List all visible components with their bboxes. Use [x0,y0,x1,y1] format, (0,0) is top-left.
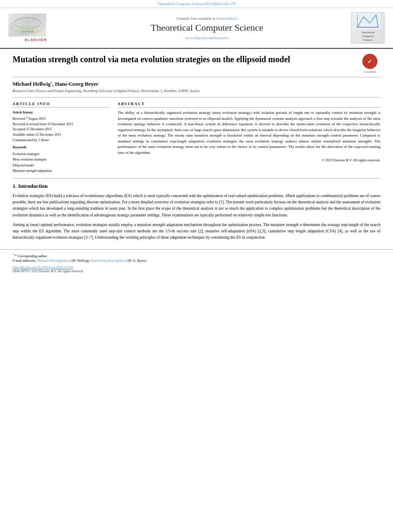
article-info-abstract-section: ARTICLE INFO Article history: Received 7… [13,102,380,174]
article-history-block: Article history: Received 7 August 2015 … [13,110,109,174]
crossmark-label: CrossMark [359,70,380,74]
journal-cover-image: TheoreticalComputerScience [351,12,385,44]
article-content: Mutation strength control via meta evolu… [0,49,393,249]
article-title: Mutation strength control via meta evolu… [13,54,355,65]
sciencedirect-link[interactable]: ScienceDirect [216,16,237,21]
keyword-2: Meta evolution strategies [13,157,109,163]
abstract-heading: ABSTRACT [118,102,380,108]
section-divider [13,178,380,179]
article-info-column: ARTICLE INFO Article history: Received 7… [13,102,109,174]
section-number: 1. [13,183,17,189]
received-date: Received 7 August 2015 [13,116,109,122]
journal-url[interactable]: www.elsevier.com/locate/tcs [71,36,343,40]
keywords-subheading: Keywords: [13,145,109,150]
elsevier-logo-area: ELSEVIER ELSEVIER [8,13,63,43]
corresponding-author-note: * * Corresponding author. [13,253,380,258]
journal-name: Theoretical Computer Science [71,22,343,33]
intro-paragraph-1: Evolution strategies (ES) build a subcla… [13,193,380,219]
crossmark-badge: ✓ CrossMark [359,54,380,74]
keyword-3: Ellipsoid model [13,163,109,169]
svg-point-1 [16,21,39,31]
crossmark-icon: ✓ [362,54,377,69]
article-footer: * * Corresponding author. E-mail address… [0,249,393,277]
author2-email-name: (H.-G. Beyer). [128,259,148,263]
affiliation-text: Research Center Process and Product Engi… [13,89,380,97]
keyword-4: Mutation strength adaptation [13,168,109,174]
elsevier-logo-image: ELSEVIER [8,13,46,37]
sigma-sa-symbol: σ [248,229,250,233]
author2: Hans-Georg Beyer [55,81,99,87]
abstract-column: ABSTRACT The ability of a hierarchically… [118,102,380,174]
article-info-heading: ARTICLE INFO [13,102,109,108]
email-footer-line: E-mail addresses: Michael.Hellwig@fhv.at… [13,259,380,263]
author2-email[interactable]: Hans-Georg.Beyer@fhv.at [91,259,127,263]
journal-reference-bar: Theoretical Computer Science 623 (2016) … [0,0,393,8]
authors-line: Michael Hellwig*, Hans-Georg Beyer [13,81,380,87]
copyright-text: © 2015 Elsevier B.V. All rights reserved… [118,158,380,162]
journal-cover-diagram [355,13,380,29]
journal-header: ELSEVIER ELSEVIER Contents lists availab… [0,8,393,49]
article-title-section: Mutation strength control via meta evolu… [13,54,380,77]
received-revised-date: Received in revised form 10 December 201… [13,122,109,127]
author1-email-name: (M. Hellwig), [71,259,90,263]
abstract-text: The ability of a hierarchically organize… [118,110,380,155]
intro-para2-text: Aiming at (near) optimal performance, ev… [13,223,380,240]
contents-available-text: Contents lists available at ScienceDirec… [71,16,343,21]
doi-link[interactable]: http://dx.doi.org/10.1016/j.tcs.2015.12.… [13,265,380,269]
author1: Michael Hellwig* [13,81,52,87]
corresponding-marker: * [13,253,14,256]
author1-sup: * [51,81,53,84]
journal-cover-title: TheoreticalComputerScience [360,29,376,43]
elsevier-label: ELSEVIER [8,37,63,43]
author1-email[interactable]: Michael.Hellwig@fhv.at [37,259,71,263]
intro-paragraph-2: Aiming at (near) optimal performance, ev… [13,222,380,241]
keyword-1: Evolution strategies [13,151,109,157]
sigma-symbol: σ [300,223,302,227]
issn-line: 0304-3975/© 2015 Elsevier B.V. All right… [13,269,380,273]
history-subheading: Article history: [13,110,109,116]
journal-reference-text: Theoretical Computer Science 623 (2016) … [158,2,235,6]
journal-header-center: Contents lists available at ScienceDirec… [63,16,351,40]
introduction-section-title: 1. Introduction [13,183,380,190]
communicated-by: Communicated by J. Rowe [13,138,109,143]
available-online-date: Available online 21 December 2015 [13,132,109,138]
keywords-list: Evolution strategies Meta evolution stra… [13,151,109,174]
svg-text:ELSEVIER: ELSEVIER [21,30,33,33]
section-name: Introduction [18,183,48,189]
email-label: E-mail addresses: [13,259,37,263]
accepted-date: Accepted 11 December 2015 [13,127,109,132]
